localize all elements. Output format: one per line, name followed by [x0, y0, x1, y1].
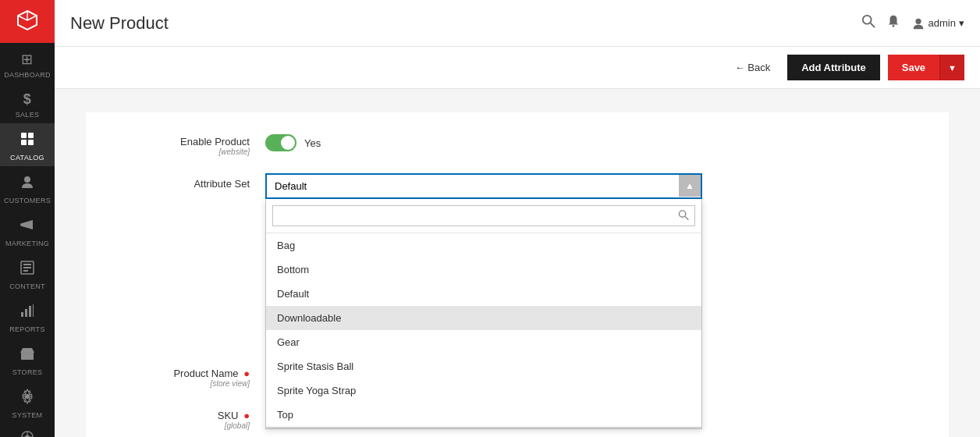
dropdown-option-bag[interactable]: Bag	[266, 233, 701, 258]
sidebar-item-label: REPORTS	[9, 325, 44, 333]
sidebar-item-sales[interactable]: $ SALES	[0, 83, 55, 123]
content-icon	[20, 260, 35, 279]
sidebar-item-dashboard[interactable]: ⊞ DASHBOARD	[0, 43, 55, 83]
sidebar-item-label: SYSTEM	[12, 411, 43, 419]
form-row-enable-product: Enable Product [website] Yes	[86, 131, 949, 156]
reports-icon	[20, 303, 35, 322]
svg-point-26	[915, 18, 921, 23]
bell-icon[interactable]	[886, 14, 900, 32]
dashboard-icon: ⊞	[21, 51, 33, 68]
catalog-icon	[20, 131, 35, 151]
svg-point-4	[24, 176, 30, 183]
sidebar-item-catalog[interactable]: CATALOG	[0, 123, 55, 166]
sidebar-logo	[0, 0, 55, 43]
page-header: New Product admin ▾	[55, 0, 980, 47]
sidebar-item-partners[interactable]: FIND PARTNERS & EXTENSIONS	[0, 424, 55, 437]
sku-label: SKU ● [global]	[109, 405, 265, 430]
dropdown-option-sprite-stasis-ball[interactable]: Sprite Stasis Ball	[266, 354, 701, 378]
sidebar-item-label: STORES	[12, 368, 43, 376]
sidebar-item-content[interactable]: CONTENT	[0, 252, 55, 295]
dropdown-option-downloadable[interactable]: Downloadable	[266, 306, 701, 330]
sidebar-item-label: DASHBOARD	[4, 71, 51, 79]
sidebar-item-label: CUSTOMERS	[4, 197, 51, 204]
svg-rect-1	[28, 133, 34, 138]
svg-rect-10	[21, 312, 23, 317]
enable-product-toggle[interactable]	[265, 134, 296, 151]
required-indicator: ●	[243, 368, 250, 379]
user-menu[interactable]: admin ▾	[911, 16, 964, 30]
save-button[interactable]: Save	[888, 55, 939, 80]
svg-rect-8	[23, 267, 31, 268]
customers-icon	[20, 174, 35, 194]
product-name-label: Product Name ● [store view]	[109, 363, 265, 388]
toolbar: ← Back Add Attribute Save ▼	[55, 47, 980, 89]
back-button[interactable]: ← Back	[726, 55, 780, 80]
sidebar-item-system[interactable]: SYSTEM	[0, 381, 55, 424]
svg-point-27	[679, 210, 685, 216]
marketing-icon	[20, 217, 35, 236]
user-dropdown-icon: ▾	[959, 17, 964, 29]
sidebar-item-label: MARKETING	[5, 240, 49, 247]
attribute-set-value: Default	[275, 180, 307, 192]
svg-line-24	[870, 23, 874, 27]
svg-rect-0	[21, 133, 27, 138]
svg-rect-9	[23, 270, 28, 272]
dropdown-search-icon	[678, 209, 689, 222]
sidebar-item-label: CATALOG	[10, 154, 44, 162]
svg-rect-2	[21, 140, 27, 145]
svg-rect-15	[25, 355, 30, 360]
enable-product-control: Yes	[265, 131, 925, 151]
dropdown-option-gear[interactable]: Gear	[266, 330, 701, 354]
attribute-set-dropdown: Bag Bottom Default Downloadable Gear Spr…	[265, 199, 702, 428]
attribute-set-label: Attribute Set	[109, 173, 265, 190]
enable-product-label: Enable Product [website]	[109, 131, 265, 156]
svg-rect-3	[28, 140, 34, 145]
sidebar: ⊞ DASHBOARD $ SALES CATALOG CUSTOMERS	[0, 0, 55, 437]
required-indicator: ●	[243, 410, 250, 421]
system-icon	[20, 389, 35, 408]
svg-rect-13	[33, 304, 34, 317]
svg-point-25	[892, 25, 894, 27]
svg-point-16	[25, 394, 30, 399]
svg-rect-12	[29, 306, 31, 317]
svg-line-28	[685, 216, 688, 219]
stores-icon	[20, 346, 35, 365]
main-content: New Product admin ▾	[55, 0, 980, 437]
form-row-attribute-set: Attribute Set Default ▲	[86, 173, 949, 199]
sidebar-item-reports[interactable]: REPORTS	[0, 295, 55, 338]
attribute-set-control: Default ▲	[265, 173, 702, 199]
sidebar-item-label: CONTENT	[9, 282, 45, 290]
dropdown-option-bottom[interactable]: Bottom	[266, 258, 701, 282]
save-button-group: Save ▼	[888, 55, 964, 80]
dropdown-option-default[interactable]: Default	[266, 282, 701, 306]
page-title: New Product	[70, 13, 861, 34]
partners-icon	[20, 430, 34, 437]
sidebar-item-stores[interactable]: STORES	[0, 338, 55, 381]
attribute-set-select[interactable]: Default ▲	[265, 173, 702, 199]
svg-rect-11	[25, 309, 27, 317]
sidebar-item-marketing[interactable]: MARKETING	[0, 209, 55, 252]
sidebar-item-customers[interactable]: CUSTOMERS	[0, 166, 55, 209]
svg-rect-7	[23, 264, 31, 265]
add-attribute-button[interactable]: Add Attribute	[787, 55, 880, 80]
svg-point-23	[862, 16, 871, 24]
sales-icon: $	[23, 91, 31, 108]
svg-point-5	[20, 223, 23, 226]
header-actions: admin ▾	[861, 14, 964, 32]
enable-product-value: Yes	[304, 137, 321, 149]
sidebar-item-label: SALES	[16, 111, 40, 119]
search-icon[interactable]	[861, 14, 875, 32]
user-name: admin	[929, 17, 956, 29]
save-dropdown-button[interactable]: ▼	[939, 55, 964, 80]
dropdown-search-input[interactable]	[272, 205, 695, 226]
select-arrow-icon: ▲	[679, 175, 701, 197]
dropdown-search-container	[266, 199, 701, 233]
dropdown-option-top[interactable]: Top	[266, 403, 701, 427]
dropdown-option-sprite-yoga-strap[interactable]: Sprite Yoga Strap	[266, 378, 701, 403]
content-area: Enable Product [website] Yes Attribute S…	[55, 89, 980, 437]
